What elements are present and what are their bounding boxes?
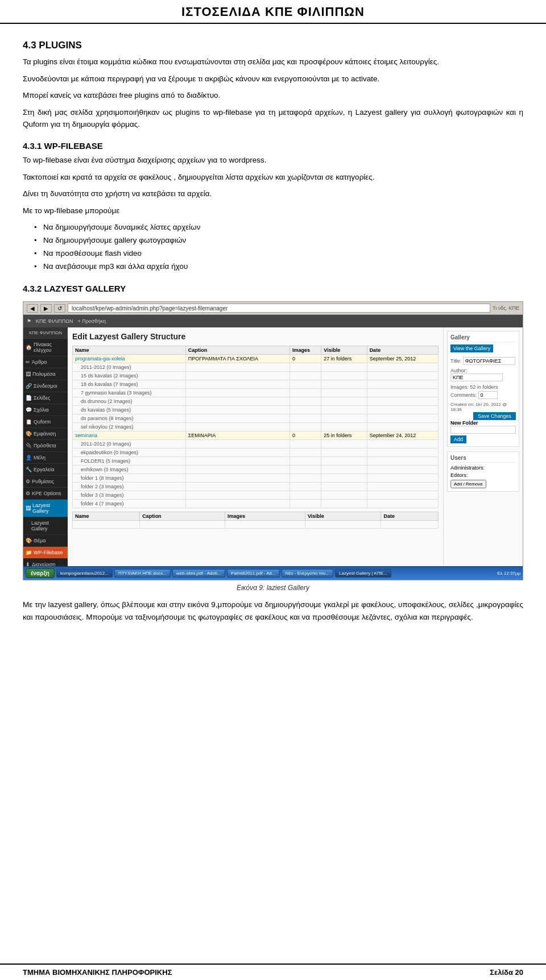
table-row: folder 4 (7 Images) (73, 500, 439, 508)
section-431-bullets: Να δημιουργήσουμε δυναμικές λίστες αρχεί… (34, 221, 523, 273)
administrators-label: Administrators: (450, 465, 516, 471)
section-432-para1: Με την lazyest gallery, όπως βλέπουμε κα… (23, 599, 523, 623)
footer-left: ΤΜΗΜΑ ΒΙΟΜΗΧΑΝΙΚΗΣ ΠΛΗΡΟΦΟΡΙΚΗΣ (23, 968, 172, 977)
col2-images: Images (225, 512, 305, 521)
section-43-para2: Συνοδεύονται με κάποια περιγραφή για να … (23, 73, 523, 85)
sidebar-item-lazyest-sub[interactable]: Lazyest Gallery (23, 517, 68, 535)
tray-time: Ελ 12:37μμ (497, 571, 520, 576)
wp-main: Edit Lazyest Gallery Structure Name Capt… (68, 327, 523, 566)
screenshot-container: ◀ ▶ ↺ localhost/kpe/wp-admin/admin.php?p… (23, 301, 523, 580)
save-changes-btn[interactable]: Save Changes (473, 412, 516, 420)
bullet-item: Να δημιουργήσουμε δυναμικές λίστες αρχεί… (34, 221, 523, 234)
view-gallery-btn[interactable]: View the Gallery (450, 344, 493, 352)
sidebar-item-emfanisi[interactable]: 🎨Εμφάνιση (23, 428, 68, 440)
gallery-panel-title: Gallery (450, 334, 516, 342)
sidebar-item-prostheta[interactable]: 🔌Πρόσθετα (23, 440, 68, 452)
title-input[interactable] (463, 357, 515, 365)
col2-name: Name (73, 512, 140, 521)
table-row-empty (73, 521, 439, 529)
table-row: sel nikoylou (2 Images) (73, 423, 439, 431)
sidebar-item-arthra[interactable]: ✏Άρθρα (23, 356, 68, 368)
sidebar-item-syndesmoi[interactable]: 🔗Σύνδεσμοι (23, 380, 68, 392)
taskbar-item-6[interactable]: Lazyest Gallery | ΚΠΕ... (335, 569, 391, 578)
start-button[interactable]: έναρξη (26, 568, 55, 578)
table-row: folder 3 (3 Images) (73, 491, 439, 500)
table-row: enhikown (0 Images) (73, 466, 439, 474)
author-label: Author: (450, 368, 516, 383)
add-folder-btn[interactable]: Add (450, 435, 466, 443)
sidebar-item-lazyest-gallery[interactable]: 🖼Lazyest Gallery (23, 500, 68, 517)
taskbar-item-2[interactable]: ΠΤΥΧΙΑΚΗ ΗΠΕ.docx... (114, 569, 171, 578)
table-row: 15 ds kavalas (2 Images) (73, 372, 439, 380)
gallery-structure-title: Edit Lazyest Gallery Structure (72, 332, 439, 341)
section-43-para3: Μπορεί κανείς να κατεβάσει free plugins … (23, 89, 523, 102)
date-cell: September 24, 2012 (367, 431, 438, 440)
gallery-table-1: Name Caption Images Visible Date (72, 346, 439, 508)
browser-back-btn[interactable]: ◀ (27, 304, 38, 313)
section-431-para2: Τακτοποιεί και κρατά τα αρχεία σε φακέλο… (23, 171, 523, 184)
main-content: 4.3 PLUGINS Τα plugins είναι έτοιμα κομμ… (0, 24, 546, 623)
footer-right: Σελίδα 20 (490, 968, 523, 977)
section-43-para1: Τα plugins είναι έτοιμα κομμάτια κώδικα … (23, 56, 523, 68)
browser-forward-btn[interactable]: ▶ (40, 304, 52, 313)
gallery-table-2: Name Caption Images Visible Date (72, 512, 439, 529)
table-row-programata: programata-gia-xoleia ΠΡΟΓΡΑΜΜΑΤΑ ΓΙΑ ΣΧ… (73, 355, 439, 363)
table-row: ds drunnou (2 Images) (73, 397, 439, 406)
col-caption: Caption (185, 346, 289, 355)
browser-refresh-btn[interactable]: ↺ (54, 304, 65, 313)
visible-cell: 27 in folders (321, 355, 367, 363)
sidebar-item-scholia[interactable]: 💬Σχόλια (23, 404, 68, 416)
wp-logo: ⚑ (27, 318, 31, 324)
folder-link-programata[interactable]: programata-gia-xoleia (75, 356, 125, 362)
section-43-title: 4.3 PLUGINS (23, 40, 523, 51)
wp-admin-layout: ΚΠΕ ΦΙΛΙΠΠΩΝ 🏠Πίνακας ελέγχου ✏Άρθρα 🖼Πο… (23, 327, 523, 566)
browser-search-bar: Τι νδς. ΚΠΕ (493, 305, 519, 311)
figure-caption: Εικόνα 9: laziest Gallery (23, 584, 523, 592)
caption-cell: ΠΡΟΓΡΑΜΜΑΤΑ ΓΙΑ ΣΧΟΛΕΙΑ (185, 355, 289, 363)
sidebar-item-ergaleia[interactable]: 🔧Εργαλεία (23, 464, 68, 476)
caption-cell: ΣΕΜΙΝΑΡΙΑ (185, 431, 289, 440)
table-row: ekpaideutikon (0 Images) (73, 449, 439, 457)
author-input[interactable] (450, 373, 503, 381)
wp-content: Edit Lazyest Gallery Structure Name Capt… (68, 327, 523, 566)
sidebar-item-selides[interactable]: 📄Σελίδες (23, 392, 68, 404)
gallery-fields: Title: Author: Images: 52 in folders Com… (450, 357, 516, 443)
add-remove-btn[interactable]: Add / Remove (450, 480, 486, 488)
admin-bar-new: + Προσθήκη (77, 318, 105, 324)
date-cell: September 25, 2012 (367, 355, 438, 363)
sidebar-item-kpe-options[interactable]: ⚙KPE Options (23, 488, 68, 500)
comments-label: Comments: (450, 391, 516, 401)
sidebar-item-meli[interactable]: 👤Μέλη (23, 452, 68, 464)
taskbar-item-4[interactable]: Pathidi2011.pdf - Ad... (227, 569, 280, 578)
taskbar-item-1[interactable]: kompogiannilaou2012... (56, 569, 113, 578)
bullet-item: Να προσθέσουμε flash video (34, 247, 523, 260)
sidebar-item-polymesha[interactable]: 🖼Πολυμέσα (23, 368, 68, 380)
sidebar-item-quform[interactable]: 📋Quform (23, 416, 68, 428)
table-row: 2011-2012 (0 Images) (73, 363, 439, 372)
section-431-intro: Με το wp-filebase μπορούμε (23, 205, 523, 217)
bullet-item: Να δημιουργήσουμε gallery φωτογραφιών (34, 234, 523, 247)
col2-visible: Visible (305, 512, 381, 521)
sidebar-item-rythmiseis[interactable]: ⚙Ρυθμίσεις (23, 476, 68, 488)
col-date: Date (367, 346, 438, 355)
users-panel: Users Administrators: Editors: Add / Rem… (447, 451, 519, 492)
sidebar-item-thema[interactable]: 🎨Θέμα (23, 535, 68, 547)
browser-url-bar[interactable]: localhost/kpe/wp-admin/admin.php?page=la… (68, 304, 490, 313)
sidebar-item-dashboard[interactable]: 🏠Πίνακας ελέγχου (23, 339, 68, 356)
created-label: Created on: 1kτ 20, 2012 @ 18:36 (450, 402, 516, 412)
comments-input[interactable] (478, 391, 498, 399)
sidebar-item-wp-filebase[interactable]: 📁WP-Filebase (23, 547, 68, 559)
visible-cell: 25 in folders (321, 431, 367, 440)
new-folder-section: New Folder Add (450, 420, 516, 443)
taskbar-item-3[interactable]: web-sites.pdf - Adob... (172, 569, 225, 578)
wp-sidebar: ΚΠΕ ΦΙΛΙΠΠΩΝ 🏠Πίνακας ελέγχου ✏Άρθρα 🖼Πο… (23, 327, 68, 566)
wp-sidebar-logo: ΚΠΕ ΦΙΛΙΠΠΩΝ (23, 327, 68, 339)
table-row-seminaria: seminaria ΣΕΜΙΝΑΡΙΑ 0 25 in folders Sept… (73, 431, 439, 440)
table-row: ds kavalas (5 Images) (73, 406, 439, 414)
folder-link-seminaria[interactable]: seminaria (75, 433, 97, 438)
section-432-title: 4.3.2 LAZYEST GALLERY (23, 284, 523, 293)
wp-content-main: Edit Lazyest Gallery Structure Name Capt… (68, 327, 443, 566)
taskbar-item-5[interactable]: Νέο - Ενεργοπο του... (282, 569, 333, 578)
new-folder-input[interactable] (450, 426, 516, 434)
images-cell: 0 (289, 431, 321, 440)
